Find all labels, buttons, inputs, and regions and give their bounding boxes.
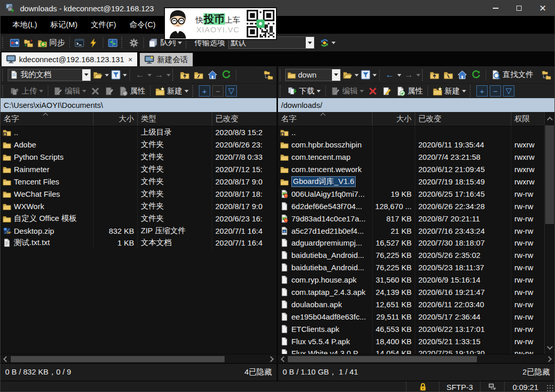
toolbar-grip[interactable]	[280, 69, 283, 81]
close-button[interactable]: ✕	[531, 1, 554, 16]
session-tab-1[interactable]: 新建会话	[140, 53, 193, 66]
transfer-preset-caret[interactable]	[306, 37, 314, 48]
column-header-size[interactable]: 大小	[94, 112, 138, 126]
local-invert-selection-button[interactable]: ▽	[226, 85, 237, 97]
local-refresh-button[interactable]	[219, 69, 233, 81]
remote-back-button[interactable]: ←	[382, 69, 397, 80]
local-open-dir-button[interactable]	[91, 69, 105, 81]
column-header-changed[interactable]: 已改变	[415, 112, 511, 126]
remote-back-caret[interactable]	[397, 74, 401, 79]
scrollbar-thumb[interactable]	[288, 356, 477, 362]
toolbar-grip[interactable]	[2, 37, 6, 48]
file-row[interactable]: 6d2def66e543f704...128,670 ...2020/6/26 …	[278, 200, 544, 212]
local-location-caret[interactable]	[82, 69, 90, 81]
menu-item-3[interactable]: 命令(C)	[123, 16, 162, 33]
scroll-left-arrow[interactable]	[1, 354, 10, 364]
session-duration[interactable]: 0:09:21	[504, 381, 546, 392]
file-row[interactable]: com.ryp.house.apk31,560 KB2020/6/9 15:16…	[278, 274, 544, 286]
file-row[interactable]: WeChat Files文件夹2020/8/17 18:	[1, 188, 276, 200]
file-row[interactable]: 006UalAigy1fq0mi7...19 KB2020/6/25 17:16…	[278, 188, 544, 200]
toolbar-grip[interactable]	[121, 37, 125, 48]
remote-properties-button[interactable]: 属性	[394, 85, 425, 97]
open-console-button[interactable]	[72, 37, 86, 49]
file-row[interactable]: com.hpbr.bosszhipin2020/6/11 19:35:44rwx…	[278, 139, 544, 151]
scroll-up-arrow[interactable]	[545, 112, 554, 125]
find-files-button[interactable]: 直找文件	[489, 69, 535, 81]
remote-new-button[interactable]: 新建	[431, 85, 468, 97]
remote-horizontal-scrollbar[interactable]	[278, 354, 554, 363]
file-row[interactable]: com.taptap_2.4.3.apk24,139 KB2020/6/16 1…	[278, 286, 544, 298]
remote-forward-button[interactable]: →	[401, 69, 416, 80]
preferences-button[interactable]	[127, 37, 141, 49]
local-rename-button[interactable]	[102, 85, 116, 97]
scrollbar-thumb[interactable]	[11, 356, 225, 362]
file-row[interactable]: 测试.txt.txt1 KB文本文档2020/7/1 16:4	[1, 237, 276, 249]
local-filter-caret[interactable]	[123, 74, 127, 79]
local-select-button[interactable]: +	[199, 85, 210, 97]
file-row[interactable]: doulaoban.apk12,651 KB2020/6/11 22:03:40…	[278, 298, 544, 310]
encryption-indicator[interactable]	[406, 381, 439, 392]
upload-button[interactable]: 上传	[8, 85, 45, 97]
local-forward-button[interactable]: →	[152, 69, 166, 80]
local-parent-dir-button[interactable]	[178, 69, 192, 81]
column-header-type[interactable]: 类型	[138, 112, 212, 126]
local-delete-button[interactable]	[88, 85, 102, 97]
scroll-left-arrow[interactable]	[278, 354, 287, 364]
remote-refresh-button[interactable]	[469, 69, 483, 81]
file-row[interactable]: ..上级目录2020/8/3 15:2	[1, 126, 276, 139]
local-home-dir-button[interactable]	[206, 69, 219, 81]
local-filter-button[interactable]	[109, 69, 123, 81]
remote-open-dir-button[interactable]	[341, 69, 355, 81]
download-button[interactable]: 下载	[285, 85, 323, 97]
local-unselect-button[interactable]: −	[212, 85, 224, 97]
maximize-button[interactable]	[507, 1, 531, 16]
file-row[interactable]: WXWork文件夹2020/8/17 9:0	[1, 200, 276, 212]
connection-indicator[interactable]	[480, 381, 504, 392]
remote-rename-button[interactable]	[380, 85, 394, 97]
local-horizontal-scrollbar[interactable]	[1, 354, 276, 363]
local-path-bar[interactable]: C:\Users\xiAOYI\Documents\	[1, 98, 276, 112]
scrollbar-thumb[interactable]	[545, 125, 554, 224]
toolbar-grip[interactable]	[172, 69, 176, 81]
toolbar-grip[interactable]	[192, 85, 196, 97]
menu-item-0[interactable]: 本地(L)	[6, 16, 44, 33]
toolbar-grip[interactable]	[422, 69, 425, 81]
local-properties-button[interactable]: 属性	[116, 85, 147, 97]
remote-delete-button[interactable]	[366, 85, 380, 97]
synchronize-button[interactable]	[22, 37, 35, 49]
remote-forward-caret[interactable]	[416, 74, 420, 79]
file-row[interactable]: Gboard词库_V1.62020/7/19 18:15:49rwxrw	[278, 176, 544, 188]
local-back-button[interactable]: ←	[133, 69, 147, 80]
remote-location-caret[interactable]	[332, 69, 340, 81]
file-row[interactable]: Adobe文件夹2020/6/26 23:	[1, 139, 276, 151]
remote-select-button[interactable]: +	[476, 85, 488, 97]
resize-grip[interactable]	[546, 384, 553, 391]
file-row[interactable]: baidutieba_Android...76,225 KB2020/5/23 …	[278, 262, 544, 274]
refresh-panels-button[interactable]	[106, 37, 120, 49]
file-row[interactable]: baidutieba_Android...76,225 KB2020/5/26 …	[278, 249, 544, 262]
remote-tree-button[interactable]	[540, 69, 553, 81]
file-row[interactable]: a5c27d1ed21b0ef4...21 KB2020/7/16 23:43:…	[278, 225, 544, 237]
file-row[interactable]: 自定义 Office 模板文件夹2020/6/23 16:	[1, 212, 276, 225]
remote-edit-button[interactable]: 编辑	[328, 85, 366, 97]
file-row[interactable]: Tencent Files文件夹2020/8/17 9:0	[1, 176, 276, 188]
compare-directories-button[interactable]	[8, 37, 22, 49]
local-root-dir-button[interactable]	[192, 69, 206, 81]
toolbar-grip[interactable]	[2, 85, 6, 97]
menu-item-1[interactable]: 标记(M)	[44, 16, 84, 33]
toolbar-grip[interactable]	[2, 69, 6, 81]
remote-unselect-button[interactable]: −	[490, 85, 501, 97]
column-header-perm[interactable]: 权限	[511, 112, 544, 126]
column-header-changed[interactable]: 已改变	[212, 112, 276, 126]
transfer-settings-button[interactable]	[318, 37, 338, 49]
file-row[interactable]: ..	[278, 126, 544, 139]
local-location-combo[interactable]: 我的文档	[8, 69, 91, 81]
protocol-indicator[interactable]: SFTP-3	[439, 381, 480, 392]
command-button[interactable]	[86, 37, 100, 49]
file-row[interactable]: adguardpremiumpj...16,527 KB2020/7/30 18…	[278, 237, 544, 249]
local-new-button[interactable]: 新建	[153, 85, 191, 97]
column-header-name[interactable]: 名字	[1, 112, 94, 126]
session-tab-0[interactable]: kdeconnect@192.168.123.131×	[2, 52, 137, 66]
toolbar-grip[interactable]	[470, 85, 473, 97]
file-row[interactable]: Rainmeter文件夹2020/7/12 15:	[1, 163, 276, 176]
